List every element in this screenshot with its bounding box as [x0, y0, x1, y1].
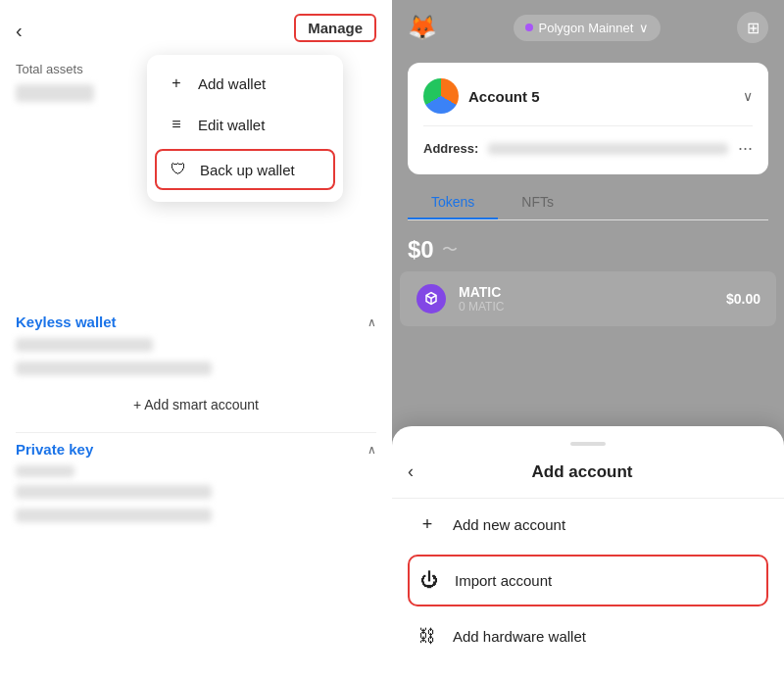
- token-name: MATIC: [459, 284, 726, 300]
- sheet-header: ‹ Add account: [392, 461, 784, 499]
- balance-row: $0 〜: [392, 220, 784, 271]
- sheet-handle: [570, 442, 606, 446]
- add-smart-account-label: + Add smart account: [133, 397, 259, 412]
- account-card-header: Account 5 ∨: [423, 78, 753, 114]
- right-panel: 🦊 Polygon Mainnet ∨ ⊞ Account 5 ∨ Addres…: [392, 0, 784, 678]
- edit-icon: ≡: [167, 116, 186, 133]
- hardware-wallet-icon: ⛓: [416, 626, 439, 647]
- tab-nfts[interactable]: NFTs: [498, 186, 577, 219]
- keyless-section-header: Keyless wallet ∧: [16, 314, 376, 330]
- private-key-account-1: [16, 485, 212, 499]
- menu-item-backup-wallet[interactable]: 🛡 Back up wallet: [155, 149, 335, 190]
- add-new-account-label: Add new account: [453, 516, 565, 533]
- network-pill[interactable]: Polygon Mainnet ∨: [514, 15, 662, 41]
- network-chevron-icon: ∨: [639, 21, 649, 35]
- more-options-button[interactable]: ···: [738, 138, 753, 159]
- private-key-header: Private key ∧: [16, 441, 376, 458]
- tab-nfts-label: NFTs: [521, 194, 554, 210]
- add-new-account-item[interactable]: + Add new account: [392, 499, 784, 551]
- menu-item-add-wallet[interactable]: + Add wallet: [147, 63, 343, 104]
- address-label: Address:: [423, 141, 478, 156]
- balance-amount: $0: [408, 236, 434, 264]
- keyless-title: Keyless wallet: [16, 314, 117, 330]
- add-wallet-label: Add wallet: [198, 75, 266, 92]
- manage-button[interactable]: Manage: [294, 14, 376, 42]
- edit-wallet-label: Edit wallet: [198, 117, 265, 133]
- add-new-account-icon: +: [416, 514, 439, 535]
- import-account-label: Import account: [455, 572, 552, 589]
- add-icon: +: [167, 74, 186, 92]
- tab-tokens[interactable]: Tokens: [408, 186, 498, 219]
- keyless-account-1: [16, 338, 153, 352]
- menu-item-edit-wallet[interactable]: ≡ Edit wallet: [147, 104, 343, 145]
- back-button[interactable]: ‹: [16, 16, 30, 46]
- add-hardware-wallet-label: Add hardware wallet: [453, 628, 586, 645]
- add-smart-account-button[interactable]: + Add smart account: [16, 385, 376, 424]
- tab-tokens-label: Tokens: [431, 194, 474, 210]
- address-row: Address: ···: [423, 125, 753, 159]
- add-account-sheet: ‹ Add account + Add new account ⏻ Import…: [392, 426, 784, 678]
- token-info: MATIC 0 MATIC: [459, 284, 726, 314]
- private-key-title: Private key: [16, 441, 93, 458]
- network-dot: [525, 24, 533, 31]
- tabs-row: Tokens NFTs: [408, 186, 768, 220]
- private-key-chevron-icon[interactable]: ∧: [368, 443, 376, 457]
- account-name: Account 5: [468, 88, 743, 105]
- token-balance: 0 MATIC: [459, 300, 726, 314]
- token-row[interactable]: MATIC 0 MATIC $0.00: [400, 271, 776, 326]
- manage-dropdown: + Add wallet ≡ Edit wallet 🛡 Back up wal…: [147, 55, 343, 202]
- add-hardware-wallet-item[interactable]: ⛓ Add hardware wallet: [392, 610, 784, 662]
- private-key-tag: [16, 465, 74, 477]
- total-assets-value: [16, 84, 94, 102]
- left-panel: ‹ Manage Total assets + Add wallet ≡ Edi…: [0, 0, 392, 678]
- expand-icon[interactable]: ∨: [743, 88, 753, 104]
- settings-icon: ⊞: [747, 19, 760, 37]
- account-card: Account 5 ∨ Address: ···: [408, 63, 768, 174]
- private-key-section: Private key ∧: [0, 441, 392, 522]
- matic-token-icon: [416, 283, 447, 315]
- keyless-section: Keyless wallet ∧ + Add smart account: [0, 314, 392, 424]
- metamask-logo: 🦊: [408, 14, 437, 41]
- backup-wallet-label: Back up wallet: [200, 162, 295, 178]
- network-label: Polygon Mainnet: [539, 21, 634, 35]
- keyless-chevron-icon[interactable]: ∧: [368, 315, 376, 329]
- keyless-account-2: [16, 362, 212, 375]
- token-value: $0.00: [726, 291, 760, 307]
- section-divider: [16, 432, 376, 433]
- settings-button[interactable]: ⊞: [737, 12, 768, 43]
- left-header: ‹ Manage: [0, 0, 392, 54]
- right-header: 🦊 Polygon Mainnet ∨ ⊞: [392, 0, 784, 55]
- account-avatar: [423, 78, 459, 114]
- import-account-item[interactable]: ⏻ Import account: [408, 555, 768, 606]
- sheet-back-button[interactable]: ‹: [408, 461, 414, 482]
- private-key-account-2: [16, 508, 212, 522]
- shield-icon: 🛡: [169, 161, 188, 178]
- sheet-title: Add account: [429, 462, 735, 482]
- chart-icon[interactable]: 〜: [442, 240, 458, 261]
- address-value: [488, 143, 728, 155]
- import-account-icon: ⏻: [417, 570, 441, 591]
